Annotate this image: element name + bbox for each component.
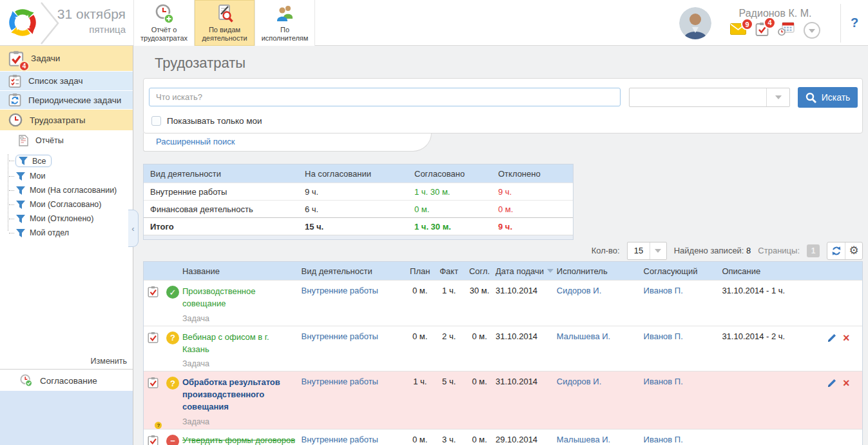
tasks-notification[interactable]: 4 [755,22,769,39]
col-header-name[interactable]: Название [182,266,302,276]
chevron-down-icon [809,29,815,33]
executor-link[interactable]: Малышева И. [557,435,610,444]
col-header-approver[interactable]: Согласующий [644,266,722,276]
search-input[interactable] [149,88,621,106]
search-scope-select[interactable] [629,88,790,107]
help-button[interactable]: ? [841,15,868,30]
delete-icon[interactable]: × [843,333,850,343]
search-panel: Искать Показывать только мои [143,78,863,134]
summary-total-row: Итого 15 ч. 1 ч. 30 м. 9 ч. [144,217,573,235]
record-title-link[interactable]: Вебинар с офисом в г. Казань [182,331,298,356]
only-mine-checkbox[interactable] [151,116,161,126]
document-search-icon [215,3,235,24]
edit-icon[interactable] [827,333,837,343]
records-table: Название Вид деятельности План Факт Согл… [143,261,863,445]
approver-link[interactable]: Иванов П. [644,377,683,386]
approval-clock-icon [19,374,34,387]
approver-link[interactable]: Иванов П. [644,331,683,341]
refresh-icon [831,245,842,257]
col-header-date[interactable]: Дата подачи [496,266,557,276]
toolbar-button-by-executors[interactable]: Поисполнителям [255,0,315,46]
status-approved-icon: ✓ [166,286,179,299]
delete-icon[interactable]: × [843,378,850,388]
sidebar-item-task-list[interactable]: Список задач [0,72,133,90]
user-avatar[interactable] [679,7,711,39]
summary-row: Внутренние работы 9 ч. 1 ч. 30 м. 9 ч. [144,183,573,200]
calendar-notification[interactable] [778,22,795,38]
page-button-1[interactable]: 1 [807,244,820,257]
people-icon [275,3,295,24]
filter-item-all[interactable]: Все [6,153,133,169]
sidebar-item-approval[interactable]: Согласование [0,371,133,390]
sidebar-collapse-button[interactable]: ‹ [128,210,139,247]
filter-item-mine-rejected[interactable]: Мои (Отклонено) [6,212,133,226]
sidebar-item-reports[interactable]: Отчёты [0,131,133,150]
activity-link[interactable]: Внутренние работы [302,377,378,386]
filter-item-mine-pending[interactable]: Мои (На согласовании) [6,183,133,197]
sidebar-item-labor-costs[interactable]: Трудозатраты [0,110,133,130]
advanced-search-link[interactable]: Расширенный поиск [156,137,235,146]
executor-link[interactable]: Сидоров И. [557,377,601,386]
executor-link[interactable]: Сидоров И. [557,286,601,295]
col-header-description[interactable]: Описание [722,266,827,276]
logo-zone: 31 октября пятница [0,0,133,46]
record-description: 31.10.2014 - 1 ч. [722,286,827,323]
fact-value: 5 ч. [434,377,463,426]
record-title-link[interactable]: Обработка результатов производственного … [182,377,298,413]
filter-item-my-department[interactable]: Мой отдел [6,226,133,240]
task-type-icon [148,435,159,445]
col-header-executor[interactable]: Исполнитель [557,266,644,276]
found-value: 8 [746,246,751,255]
mail-notification[interactable]: 9 [730,23,746,37]
submit-date: 31.10.2014 [496,331,557,369]
user-name[interactable]: Радионов К. М. [739,8,812,19]
count-select[interactable]: 15 [627,242,667,260]
record-title-link[interactable]: Утвердить формы договоров [182,435,298,445]
filter-label: Мои (Согласовано) [30,200,101,209]
search-button[interactable]: Искать [798,87,858,108]
summary-table: Вид деятельности На согласовании Согласо… [143,164,574,240]
table-header-row: Название Вид деятельности План Факт Согл… [144,262,862,280]
record-description: 31.10.2014 - 2 ч. [722,331,827,369]
sidebar-item-label: Периодические задачи [28,95,121,105]
toolbar: Отчёт отрудозатратах По видамдеятельност… [133,0,315,46]
summary-row: Финансовая деятельность 6 ч. 0 м. 0 м. [144,200,573,217]
sidebar-item-tasks[interactable]: 4 Задачи [0,46,133,71]
submit-date: 31.10.2014 [496,286,557,323]
filter-item-mine[interactable]: Мои [6,169,133,183]
activity-link[interactable]: Внутренние работы [302,331,378,341]
activity-link[interactable]: Внутренние работы [302,435,378,444]
sidebar-item-label: Трудозатраты [30,115,86,125]
col-header-appr[interactable]: Согл. [463,266,496,276]
record-title-link[interactable]: Производственное совещание [182,286,298,310]
tasks-count-badge: 4 [19,61,30,72]
record-subtitle: Задача [182,314,298,323]
settings-button[interactable]: ⚙ [845,242,862,259]
filter-label: Все [32,157,46,166]
toolbar-button-labor-report[interactable]: Отчёт отрудозатратах [133,0,194,46]
filter-item-mine-approved[interactable]: Мои (Согласовано) [6,197,133,212]
app-logo-icon[interactable] [5,5,40,40]
executor-link[interactable]: Малышева И. [557,331,610,341]
edit-filters-link[interactable]: Изменить [91,357,127,366]
more-menu-button[interactable] [804,22,820,39]
submit-date: 31.10.2014 [496,377,557,426]
search-icon [805,92,816,103]
approver-link[interactable]: Иванов П. [644,286,683,295]
activity-link[interactable]: Внутренние работы [302,286,378,295]
only-mine-checkbox-row[interactable]: Показывать только мои [151,116,262,126]
table-row-highlighted: ? ? Обработка результатов производственн… [144,371,862,429]
col-header-plan[interactable]: План [405,266,434,276]
table-tools: ⚙ [827,242,863,260]
filter-label: Мои (На согласовании) [30,186,117,195]
table-row: ? Вебинар с офисом в г. КазаньЗадача Вну… [144,326,862,371]
col-header-fact[interactable]: Факт [434,266,463,276]
col-header-activity[interactable]: Вид деятельности [302,266,406,276]
chevron-down-icon [766,88,789,106]
toolbar-button-by-activity[interactable]: По видамдеятельности [194,0,255,46]
approver-link[interactable]: Иванов П. [644,435,683,444]
current-date: 31 октября пятница [57,6,126,35]
sidebar-item-recurring-tasks[interactable]: Периодические задачи [0,91,133,109]
edit-icon[interactable] [827,378,837,388]
refresh-button[interactable] [827,242,845,259]
